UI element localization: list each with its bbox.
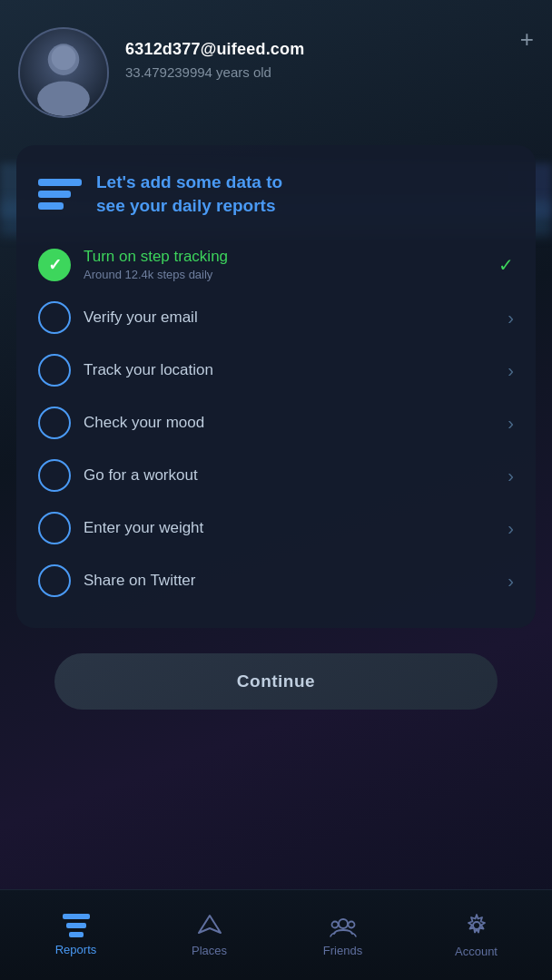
task-arrow-track-location: › bbox=[508, 360, 514, 381]
task-content-track-location: Track your location bbox=[84, 361, 508, 379]
card-header: Let's add some data to see your daily re… bbox=[38, 171, 514, 217]
task-item-share-twitter[interactable]: Share on Twitter › bbox=[38, 555, 514, 606]
nav-label-places: Places bbox=[192, 944, 227, 957]
task-label-enter-weight: Enter your weight bbox=[84, 519, 508, 537]
task-label-share-twitter: Share on Twitter bbox=[84, 572, 508, 590]
task-item-check-mood[interactable]: Check your mood › bbox=[38, 397, 514, 448]
bottom-nav: Reports Places Friends Account bbox=[0, 889, 552, 980]
avatar bbox=[18, 27, 109, 118]
task-content-check-mood: Check your mood bbox=[84, 414, 508, 432]
svg-point-2 bbox=[37, 82, 90, 116]
user-age: 33.479239994 years old bbox=[125, 64, 520, 80]
svg-point-5 bbox=[339, 919, 348, 928]
svg-point-3 bbox=[52, 45, 76, 70]
user-info: 6312d377@uifeed.com 33.479239994 years o… bbox=[109, 27, 520, 80]
task-arrow-step-tracking: ✓ bbox=[498, 254, 514, 276]
task-content-workout: Go for a workout bbox=[84, 466, 508, 485]
account-icon bbox=[463, 912, 490, 939]
task-item-workout[interactable]: Go for a workout › bbox=[38, 450, 514, 501]
task-item-track-location[interactable]: Track your location › bbox=[38, 345, 514, 396]
top-bar: 6312d377@uifeed.com 33.479239994 years o… bbox=[0, 0, 552, 118]
stack-icon bbox=[38, 179, 82, 210]
task-content-share-twitter: Share on Twitter bbox=[84, 572, 508, 590]
task-check-enter-weight bbox=[38, 512, 71, 544]
task-content-enter-weight: Enter your weight bbox=[84, 519, 508, 537]
nav-item-places[interactable]: Places bbox=[143, 904, 276, 957]
task-arrow-check-mood: › bbox=[508, 413, 514, 434]
task-check-share-twitter bbox=[38, 564, 71, 597]
task-check-track-location bbox=[38, 354, 71, 387]
task-label-check-mood: Check your mood bbox=[84, 414, 508, 432]
task-label-verify-email: Verify your email bbox=[84, 309, 508, 327]
task-check-check-mood bbox=[38, 407, 71, 439]
task-item-enter-weight[interactable]: Enter your weight › bbox=[38, 503, 514, 554]
continue-container: Continue bbox=[54, 653, 498, 710]
task-content-verify-email: Verify your email bbox=[84, 309, 508, 327]
task-content-step-tracking: Turn on step tracking Around 12.4k steps… bbox=[84, 248, 498, 281]
user-email: 6312d377@uifeed.com bbox=[125, 40, 520, 59]
nav-item-friends[interactable]: Friends bbox=[276, 904, 409, 957]
task-check-completed: ✓ bbox=[38, 249, 71, 281]
places-icon bbox=[197, 913, 222, 938]
continue-button[interactable]: Continue bbox=[54, 653, 498, 710]
task-check-workout bbox=[38, 459, 71, 492]
reports-icon bbox=[63, 914, 90, 937]
task-label-track-location: Track your location bbox=[84, 361, 508, 379]
add-button[interactable]: + bbox=[520, 27, 534, 51]
task-check-verify-email bbox=[38, 301, 71, 334]
task-label-workout: Go for a workout bbox=[84, 466, 508, 485]
card-title: Let's add some data to see your daily re… bbox=[96, 171, 282, 217]
nav-label-reports: Reports bbox=[55, 943, 97, 956]
friends-icon bbox=[330, 913, 357, 938]
nav-label-friends: Friends bbox=[323, 944, 362, 957]
svg-marker-4 bbox=[199, 916, 221, 933]
task-label-step-tracking: Turn on step tracking bbox=[84, 248, 498, 266]
main-card: Let's add some data to see your daily re… bbox=[16, 145, 536, 628]
task-list: ✓ Turn on step tracking Around 12.4k ste… bbox=[38, 239, 514, 606]
task-item-step-tracking[interactable]: ✓ Turn on step tracking Around 12.4k ste… bbox=[38, 239, 514, 290]
task-arrow-share-twitter: › bbox=[508, 571, 514, 592]
nav-item-account[interactable]: Account bbox=[409, 903, 543, 958]
task-subtitle-step-tracking: Around 12.4k steps daily bbox=[84, 268, 498, 281]
task-item-verify-email[interactable]: Verify your email › bbox=[38, 292, 514, 343]
nav-label-account: Account bbox=[455, 945, 498, 958]
task-arrow-verify-email: › bbox=[508, 308, 514, 328]
nav-item-reports[interactable]: Reports bbox=[9, 905, 143, 956]
task-arrow-enter-weight: › bbox=[508, 518, 514, 539]
svg-point-7 bbox=[348, 922, 354, 928]
svg-point-6 bbox=[331, 922, 338, 928]
task-arrow-workout: › bbox=[508, 466, 514, 486]
